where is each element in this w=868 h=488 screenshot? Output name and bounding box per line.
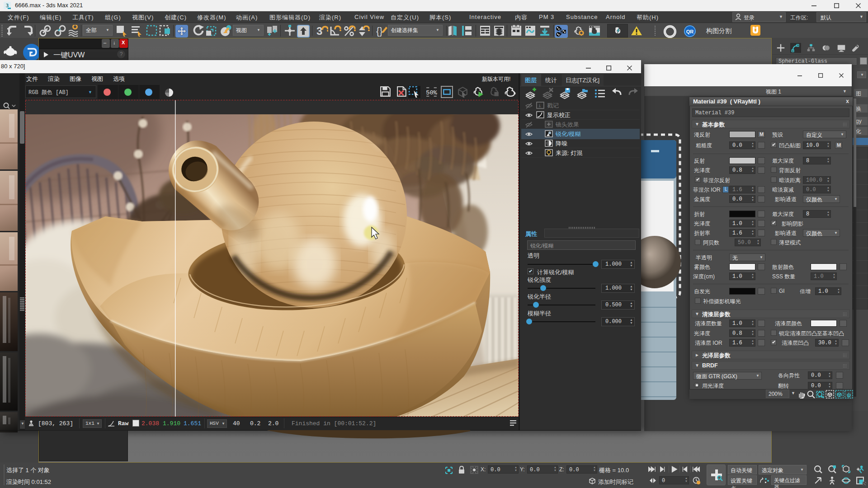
svg-text:50%: 50% [426, 89, 437, 96]
svg-text:?: ? [120, 51, 123, 57]
svg-text:{}: {} [376, 25, 383, 37]
svg-text:3: 3 [316, 25, 322, 37]
svg-text:i: i [538, 104, 541, 108]
svg-text:3: 3 [6, 2, 9, 9]
svg-text:QR: QR [686, 29, 694, 34]
